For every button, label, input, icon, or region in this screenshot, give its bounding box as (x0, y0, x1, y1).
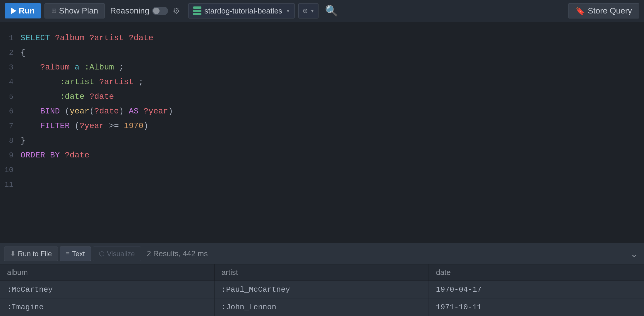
db-name: stardog-tutorial-beatles (204, 6, 282, 16)
code-editor[interactable]: 1SELECT ?album ?artist ?date2{3 ?album a… (0, 28, 644, 237)
token: year (70, 107, 89, 116)
line-number: 1 (0, 31, 20, 45)
editor-area: 1SELECT ?album ?artist ?date2{3 ?album a… (0, 22, 644, 243)
cell-artist: :Paul_McCartney (215, 281, 429, 298)
col-album-header: album (0, 264, 215, 281)
store-query-label: Store Query (588, 6, 632, 16)
toolbar: Run ⊞ Show Plan Reasoning ⚙ stardog-tuto… (0, 0, 644, 22)
reasoning-group: Reasoning ⚙ (110, 4, 182, 18)
table-row: :McCartney:Paul_McCartney1970-04-17 (0, 281, 644, 298)
token: ) (143, 121, 148, 130)
token: ?year (80, 121, 104, 130)
token: ?artist (89, 33, 129, 43)
line-content: } (20, 133, 25, 148)
line-content: SELECT ?album ?artist ?date (20, 31, 153, 45)
token: :Album (84, 63, 114, 72)
plan-icon: ⊞ (51, 7, 56, 15)
line-number: 2 (0, 45, 20, 60)
token: ?date (94, 107, 119, 116)
code-line: 6 BIND (year(?date) AS ?year) (0, 104, 644, 119)
bookmark-icon: 🔖 (576, 6, 585, 16)
line-number: 5 (0, 89, 20, 104)
cell-album: :Imagine (0, 298, 215, 316)
token: :date (20, 92, 89, 101)
layers-button[interactable]: ⊕ ▾ (298, 3, 318, 18)
run-label: Run (19, 6, 35, 16)
line-content: :artist ?artist ; (20, 75, 143, 89)
database-icon (193, 6, 201, 15)
results-summary: 2 Results, 442 ms (147, 249, 208, 258)
code-line: 1SELECT ?album ?artist ?date (0, 31, 644, 45)
play-icon (11, 8, 16, 14)
line-content: :date ?date (20, 89, 114, 104)
visualize-tab-button[interactable]: ⬡ Visualize (93, 247, 141, 261)
db-selector[interactable]: stardog-tutorial-beatles ▾ (188, 3, 295, 18)
token: BIND (20, 107, 65, 116)
token: 1970 (124, 121, 143, 130)
visualize-label: Visualize (107, 250, 135, 258)
reasoning-label: Reasoning (110, 6, 149, 16)
line-content: BIND (year(?date) AS ?year) (20, 104, 173, 119)
token: ORDER BY (20, 151, 65, 160)
col-date-header: date (429, 264, 644, 281)
cell-date: 1971-10-11 (429, 298, 644, 316)
file-icon: ⬇ (10, 250, 16, 258)
line-number: 4 (0, 75, 20, 89)
line-content: ?album a :Album ; (20, 60, 124, 75)
run-button[interactable]: Run (5, 3, 41, 18)
reasoning-toggle[interactable] (152, 7, 168, 15)
layers-icon: ⊕ (303, 6, 308, 16)
code-line: 9ORDER BY ?date (0, 148, 644, 163)
token: ( (89, 107, 94, 116)
code-line: 3 ?album a :Album ; (0, 60, 644, 75)
code-line: 5 :date ?date (0, 89, 644, 104)
run-to-file-button[interactable]: ⬇ Run to File (4, 247, 58, 261)
search-button[interactable]: 🔍 (322, 3, 341, 19)
line-number: 9 (0, 148, 20, 163)
line-number: 7 (0, 119, 20, 133)
token: FILTER (20, 121, 75, 130)
run-to-file-label: Run to File (18, 250, 52, 258)
token: ) (119, 107, 129, 116)
line-number: 3 (0, 60, 20, 75)
gear-icon: ⚙ (173, 6, 180, 16)
text-label: Text (72, 250, 85, 258)
expand-button[interactable]: ⌄ (628, 247, 640, 261)
token: { (20, 48, 25, 57)
token: a (75, 63, 85, 72)
token: ?album (20, 63, 75, 72)
line-content: { (20, 45, 25, 60)
code-line: 8} (0, 133, 644, 148)
text-tab-button[interactable]: ≡ Text (60, 247, 91, 261)
store-query-button[interactable]: 🔖 Store Query (568, 3, 639, 18)
line-content: ORDER BY ?date (20, 148, 89, 163)
doc-icon: ≡ (66, 250, 70, 258)
results-table: album artist date :McCartney:Paul_McCart… (0, 264, 644, 316)
code-line: 7 FILTER (?year >= 1970) (0, 119, 644, 133)
chevron-down-icon: ▾ (286, 7, 290, 15)
token: ?year (143, 107, 168, 116)
token: ?date (89, 92, 114, 101)
line-number: 11 (0, 177, 20, 192)
token: >= (104, 121, 124, 130)
chevron-layers-icon: ▾ (311, 7, 314, 15)
line-number: 6 (0, 104, 20, 119)
code-line: 11 (0, 177, 644, 192)
code-line: 10 (0, 163, 644, 177)
cell-date: 1970-04-17 (429, 281, 644, 298)
gear-button[interactable]: ⚙ (171, 4, 182, 18)
token: AS (129, 107, 143, 116)
col-artist-header: artist (215, 264, 429, 281)
token: ?date (129, 33, 153, 43)
show-plan-button[interactable]: ⊞ Show Plan (44, 3, 105, 18)
table-header: album artist date (0, 264, 644, 281)
token: SELECT (20, 33, 55, 43)
code-line: 4 :artist ?artist ; (0, 75, 644, 89)
cell-artist: :John_Lennon (215, 298, 429, 316)
bottom-panel: ⬇ Run to File ≡ Text ⬡ Visualize 2 Resul… (0, 243, 644, 316)
token: ?date (65, 151, 89, 160)
cell-album: :McCartney (0, 281, 215, 298)
show-plan-label: Show Plan (59, 6, 98, 16)
line-number: 8 (0, 133, 20, 148)
token: ( (65, 107, 70, 116)
